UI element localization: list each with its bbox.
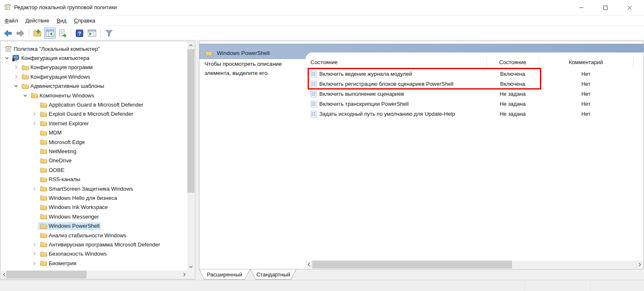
tab-label: Расширенный [199, 269, 250, 280]
filter-button[interactable] [103, 27, 115, 39]
console-tree: Политика "Локальный компьютер"Конфигурац… [1, 42, 187, 270]
tree-item[interactable]: MDM [1, 128, 187, 137]
tree-item[interactable]: Internet Explorer [1, 119, 187, 128]
tree-item-label: OneDrive [49, 157, 72, 164]
table-row[interactable]: Задать исходный путь по умолчанию для Up… [306, 109, 643, 119]
folder-icon [21, 73, 29, 80]
chevron-right-icon[interactable] [30, 251, 38, 257]
show-console-tree-button[interactable] [44, 27, 56, 39]
chevron-right-icon[interactable] [30, 185, 38, 192]
tree-vertical-scrollbar[interactable] [187, 42, 194, 270]
table-row[interactable]: Включить ведение журнала модулейВключена… [306, 69, 643, 79]
column-header-comment[interactable]: Комментарий [539, 57, 633, 67]
tab-standard[interactable]: Стандартный [250, 269, 296, 280]
table-row[interactable]: Включить регистрацию блоков сценариев Po… [306, 79, 643, 89]
tree-item[interactable]: Биометрия [1, 259, 187, 268]
tree-hscroll-thumb[interactable] [6, 271, 87, 279]
back-button[interactable] [2, 27, 14, 39]
chevron-down-icon[interactable] [21, 92, 29, 99]
list-hscroll-thumb[interactable] [312, 261, 512, 269]
scroll-right-icon[interactable] [181, 271, 187, 279]
tree-item[interactable]: SmartScreen Защитника Windows [1, 184, 187, 193]
folder-icon [205, 50, 212, 56]
tree-item[interactable]: Windows Messenger [1, 212, 187, 221]
scroll-up-icon[interactable] [187, 42, 194, 49]
tree-item-label: Биометрия [49, 260, 76, 266]
tree-item-label: SmartScreen Защитника Windows [49, 186, 133, 192]
chevron-right-icon[interactable] [30, 111, 38, 117]
scroll-right-icon[interactable] [637, 261, 643, 269]
tree-item[interactable]: Политика "Локальный компьютер" [1, 44, 187, 53]
tree-item[interactable]: NetMeeting [1, 147, 187, 156]
forward-button[interactable] [15, 27, 26, 39]
setting-name: Включить регистрацию блоков сценариев Po… [319, 81, 453, 87]
chevron-down-icon[interactable] [3, 55, 10, 62]
tree-item[interactable]: OOBE [1, 165, 187, 174]
tree-item[interactable]: Конфигурация программ [1, 63, 187, 72]
status-divider [590, 281, 591, 291]
toolbar-separator [100, 29, 101, 38]
chevron-right-icon[interactable] [30, 241, 38, 248]
tree-horizontal-scrollbar[interactable] [1, 271, 187, 279]
tree-item[interactable]: Антивирусная программа Microsoft Defende… [1, 240, 187, 249]
tree-item[interactable]: Безопасность Windows [1, 249, 187, 259]
table-row[interactable]: Включить выполнение сценариевНе заданаНе… [306, 89, 643, 99]
tree-item[interactable]: Microsoft Edge [1, 137, 187, 147]
menu-file[interactable]: Файл [1, 16, 22, 25]
chevron-spacer [30, 213, 38, 220]
maximize-button[interactable] [593, 0, 617, 15]
column-header-state[interactable]: Состояние [487, 57, 539, 67]
tree-item-label: Microsoft Edge [49, 139, 85, 145]
tree-item[interactable]: Windows Hello для бизнеса [1, 193, 187, 202]
chevron-right-icon[interactable] [30, 260, 38, 266]
chevron-right-icon[interactable] [12, 64, 20, 71]
tree-item[interactable]: Компоненты Windows [1, 91, 187, 100]
tree-item[interactable]: Административные шаблоны [1, 82, 187, 91]
setting-state: Не задана [487, 111, 539, 117]
minimize-button[interactable] [569, 0, 593, 15]
chevron-right-icon[interactable] [12, 73, 20, 80]
setting-state: Включена [487, 81, 539, 87]
policy-setting-icon [311, 91, 317, 97]
tree-item[interactable]: Windows PowerShell [1, 221, 187, 230]
tree-item-content: MDM [38, 129, 63, 137]
tree-item[interactable]: Конфигурация Windows [1, 72, 187, 81]
folder-icon [39, 213, 47, 220]
tree-vscroll-thumb[interactable] [187, 49, 194, 193]
help-button[interactable]: ? [74, 27, 85, 39]
tree-item[interactable]: RSS-каналы [1, 174, 187, 184]
up-one-level-button[interactable] [32, 27, 43, 39]
tree-item[interactable]: Exploit Guard в Microsoft Defender [1, 109, 187, 119]
menu-view[interactable]: Вид [53, 16, 70, 25]
tree-item[interactable]: Windows Ink Workspace [1, 203, 187, 212]
tree-item-content: Microsoft Edge [38, 138, 86, 146]
chevron-right-icon[interactable] [30, 120, 38, 127]
tree-item[interactable]: Application Guard в Microsoft Defender [1, 100, 187, 109]
table-row[interactable]: Включить транскрипции PowerShellНе задан… [306, 99, 643, 109]
folder-icon [39, 102, 47, 108]
tree-item-label: Exploit Guard в Microsoft Defender [49, 111, 133, 117]
show-action-pane-button[interactable] [86, 27, 98, 39]
column-header-setting[interactable]: Состояние [311, 57, 338, 67]
settings-panel: Windows PowerShell Чтобы просмотреть опи… [199, 41, 644, 269]
folder-icon [39, 167, 47, 173]
tree-item-content: Application Guard в Microsoft Defender [38, 101, 144, 109]
tree-item-label: Application Guard в Microsoft Defender [49, 102, 143, 108]
export-list-button[interactable] [57, 27, 68, 39]
scroll-left-icon[interactable] [306, 261, 312, 269]
setting-comment: Нет [539, 111, 633, 117]
menu-help[interactable]: Справка [70, 16, 99, 25]
tree-item[interactable]: Конфигурация компьютера [1, 53, 187, 62]
chevron-spacer [30, 232, 38, 239]
scroll-down-icon[interactable] [187, 263, 194, 270]
tree-item[interactable]: OneDrive [1, 156, 187, 165]
tree-item-content: Биометрия [38, 259, 77, 267]
title-bar: Редактор локальной групповой политики [0, 0, 644, 16]
list-horizontal-scrollbar[interactable] [306, 261, 643, 269]
tree-item-label: Windows Ink Workspace [49, 204, 108, 210]
chevron-down-icon[interactable] [12, 83, 20, 90]
tab-extended[interactable]: Расширенный [199, 269, 250, 280]
tree-item[interactable]: Анализ стабильности Windows [1, 231, 187, 240]
close-button[interactable] [617, 0, 642, 15]
menu-action[interactable]: Действие [22, 16, 53, 25]
